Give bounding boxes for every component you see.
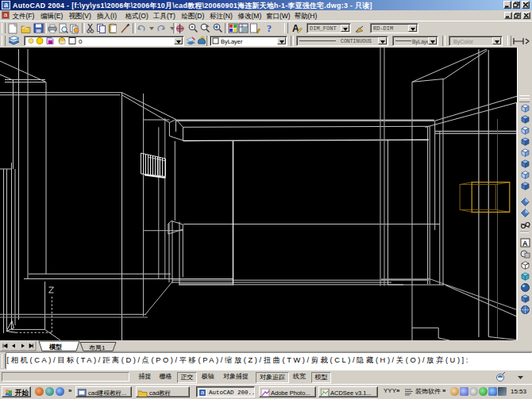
svg-text:A: A: [522, 240, 528, 247]
svg-text:?: ?: [267, 23, 272, 34]
